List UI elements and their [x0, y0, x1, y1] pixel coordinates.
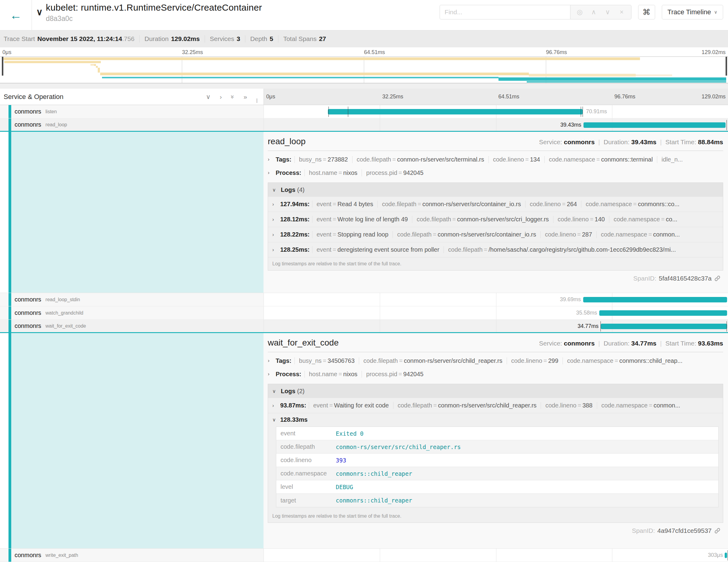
- span-timeline-cell: 39.43ms: [264, 118, 728, 131]
- log-tick: [348, 107, 348, 117]
- detail-indent-fill: [11, 333, 264, 548]
- expand-all-icon[interactable]: »: [243, 93, 247, 100]
- span-row-read-loop[interactable]: conmonrs read_loop 39.43ms: [0, 118, 728, 132]
- expanded-log-header[interactable]: ∨ 128.33ms: [268, 413, 723, 426]
- span-name-cell: conmonrs watch_grandchild: [0, 306, 264, 319]
- log-tick: [600, 321, 601, 332]
- tags-row[interactable]: › Tags: busy_ns=273882 code.filepath=con…: [268, 153, 723, 166]
- process-row[interactable]: › Process: host.name=nixos process.pid=9…: [268, 166, 723, 179]
- keyboard-shortcuts-button[interactable]: ⌘: [638, 5, 655, 19]
- service-color-stripe: [9, 105, 11, 118]
- find-input[interactable]: [440, 5, 570, 19]
- span-timeline-cell: 70.91ms: [264, 105, 728, 118]
- logs-header[interactable]: ∨ Logs(4): [268, 183, 723, 197]
- span-duration-label: 35.58ms: [576, 310, 597, 316]
- table-row: code.namespace conmonrs::child_reaper: [276, 467, 718, 480]
- table-row: code.filepath conmon-rs/server/src/child…: [276, 440, 718, 454]
- page-header: ← ∨ kubelet: runtime.v1.RuntimeService/C…: [0, 0, 728, 30]
- back-arrow-icon: ←: [10, 9, 22, 21]
- span-row-write-exit-path[interactable]: conmonrs write_exit_path 303μs: [0, 549, 728, 562]
- logs-header[interactable]: ∨ Logs(2): [268, 384, 723, 398]
- summary-trace-start: Trace Start November 15 2022, 11:24:14.7…: [4, 35, 140, 43]
- span-duration-label: 39.69ms: [560, 296, 581, 303]
- span-row-read-loop-stdin[interactable]: conmonrs read_loop_stdin 39.69ms: [0, 293, 728, 306]
- view-selector-button[interactable]: Trace Timeline ∨: [662, 5, 723, 19]
- find-prev-icon[interactable]: ∧: [587, 8, 600, 16]
- collapse-one-icon[interactable]: ∨: [206, 93, 210, 100]
- service-color-stripe: [9, 549, 11, 562]
- span-row-listen[interactable]: conmonrs listen 70.91ms: [0, 105, 728, 118]
- minimap-canvas[interactable]: [0, 56, 728, 83]
- summary-services: Services3: [205, 35, 245, 43]
- chevron-right-icon: ›: [268, 156, 276, 162]
- find-clear-icon[interactable]: ×: [615, 8, 628, 16]
- copy-link-icon[interactable]: [714, 527, 721, 534]
- find-next-icon[interactable]: ∨: [601, 8, 614, 16]
- log-row[interactable]: › 128.22ms: event=Stopping read loop cod…: [268, 227, 723, 242]
- collapse-all-icon[interactable]: »: [229, 95, 236, 99]
- timeline-ticks-header: 0μs 32.25ms 64.51ms 96.76ms 129.02ms: [264, 89, 728, 105]
- span-row-wait-for-exit-code[interactable]: conmonrs wait_for_exit_code 34.77ms: [0, 320, 728, 333]
- log-tick: [726, 321, 727, 332]
- log-row[interactable]: › 128.25ms: event=deregistering event so…: [268, 242, 723, 257]
- detail-indent-column: [0, 132, 264, 293]
- span-bar[interactable]: [583, 297, 727, 302]
- copy-link-icon[interactable]: [714, 275, 721, 282]
- summary-duration: Duration129.02ms: [140, 35, 205, 43]
- log-fields-table: event Exited 0 code.filepath conmon-rs/s…: [276, 427, 719, 507]
- span-name-cell: conmonrs read_loop_stdin: [0, 293, 264, 306]
- span-timeline-cell: 39.69ms: [264, 293, 728, 306]
- log-row[interactable]: › 128.12ms: event=Wrote log line of leng…: [268, 212, 723, 227]
- divider: [268, 151, 723, 151]
- find-target-icon[interactable]: ◎: [573, 8, 586, 16]
- minimap-time-labels: 0μs 32.25ms 64.51ms 96.76ms 129.02ms: [0, 47, 728, 56]
- back-button[interactable]: ←: [0, 0, 32, 30]
- trace-summary-bar: Trace Start November 15 2022, 11:24:14.7…: [0, 30, 728, 47]
- view-selector-label: Trace Timeline: [668, 8, 711, 16]
- span-detail-card: read_loop Service: conmonrs | Duration: …: [264, 132, 728, 293]
- log-row[interactable]: › 93.87ms: event=Waiting for exit code c…: [268, 398, 723, 413]
- divider: [268, 352, 723, 352]
- table-row: code.lineno 393: [276, 454, 718, 467]
- log-row[interactable]: › 127.94ms: event=Read 4 bytes code.file…: [268, 197, 723, 212]
- header-actions: ◎ ∧ ∨ × ⌘ Trace Timeline ∨: [440, 0, 728, 30]
- span-duration-label: 303μs: [708, 552, 723, 558]
- span-detail-meta: Service: conmonrs | Duration: 34.77ms | …: [539, 340, 723, 347]
- minimap-spans-graph: [0, 57, 728, 83]
- chevron-right-icon: ›: [272, 247, 280, 253]
- span-duration-label: 34.77ms: [577, 323, 598, 329]
- expand-one-icon[interactable]: ›: [220, 93, 222, 100]
- chevron-down-icon: ∨: [272, 187, 281, 193]
- span-bar[interactable]: [599, 310, 727, 316]
- trace-id: d8a3a0c: [46, 15, 262, 23]
- find-group: ◎ ∧ ∨ ×: [440, 5, 631, 19]
- logs-block: ∨ Logs(2) › 93.87ms: event=Waiting for e…: [268, 384, 723, 523]
- process-row[interactable]: › Process: host.name=nixos process.pid=9…: [268, 367, 723, 381]
- summary-total-spans: Total Spans27: [278, 35, 331, 43]
- service-operation-header: Service & Operation ∨ › » » ∥: [0, 89, 264, 105]
- span-detail-card: wait_for_exit_code Service: conmonrs | D…: [264, 333, 728, 548]
- trace-collapse-toggle[interactable]: ∨: [36, 7, 43, 17]
- span-bar[interactable]: [601, 324, 727, 329]
- span-timeline-cell: 35.58ms: [264, 306, 728, 319]
- span-duration-label: 39.43ms: [560, 122, 581, 128]
- tags-row[interactable]: › Tags: busy_ns=34506763 code.filepath=c…: [268, 354, 723, 367]
- span-bar[interactable]: [328, 109, 583, 114]
- spanid-row: SpanID: 4a947cfd1ce59537: [268, 523, 723, 538]
- log-tick: [726, 120, 727, 130]
- span-row-watch-grandchild[interactable]: conmonrs watch_grandchild 35.58ms: [0, 306, 728, 320]
- logs-note: Log timestamps are relative to the start…: [268, 257, 723, 270]
- chevron-right-icon: ›: [272, 217, 280, 222]
- column-resizer-handle[interactable]: ∥: [256, 98, 258, 103]
- span-detail-read-loop: read_loop Service: conmonrs | Duration: …: [0, 132, 728, 293]
- chevron-right-icon: ›: [268, 170, 276, 176]
- chevron-right-icon: ›: [268, 358, 276, 364]
- service-color-stripe: [9, 320, 11, 332]
- minimap-spacer: [0, 83, 728, 89]
- span-timeline-cell: 303μs: [264, 549, 728, 562]
- command-icon: ⌘: [643, 8, 651, 17]
- span-bar[interactable]: [725, 553, 727, 558]
- service-color-stripe: [9, 118, 11, 131]
- span-bar[interactable]: [583, 122, 726, 128]
- service-color-stripe: [9, 132, 11, 293]
